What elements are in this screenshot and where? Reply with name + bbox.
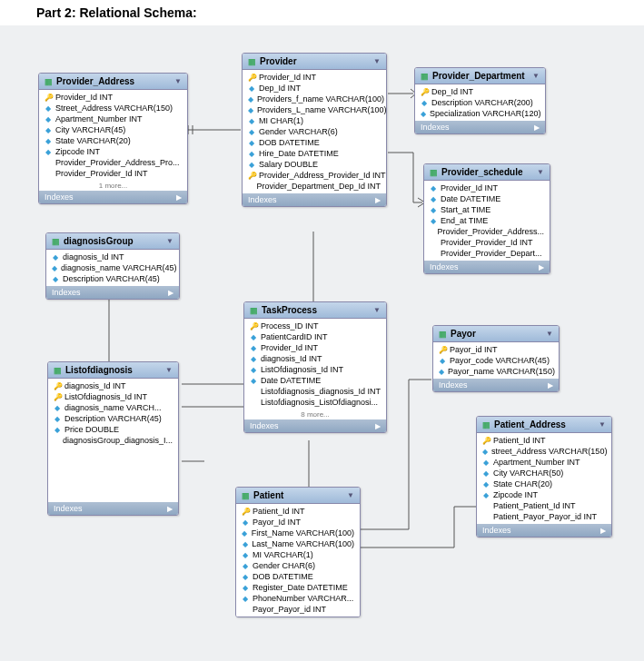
- diagram-canvas: ▦ Provider_Address ▼ 🔑Provider_Id INT◆St…: [0, 25, 644, 661]
- collapse-icon: ▼: [174, 77, 182, 85]
- column-list: 🔑Payor_id INT◆Payor_code VARCHAR(45)◆Pay…: [433, 342, 559, 379]
- column: Provider_Provider_Id INT: [39, 168, 187, 179]
- column: ◆Specialization VARCHAR(120): [415, 108, 545, 119]
- column-text: Patient_Payor_Payor_id INT: [493, 512, 597, 521]
- column: Provider_Provider_Address...: [424, 226, 550, 237]
- column-list: ◆diagnosis_Id INT◆diagnosis_name VARCHAR…: [46, 250, 179, 286]
- collapse-icon: ▼: [373, 57, 381, 65]
- column: Payor_Payor_id INT: [236, 604, 360, 615]
- column-text: Provider_Provider_Address...: [437, 227, 544, 236]
- diamond-icon: ◆: [430, 184, 437, 192]
- column: ◆Apartment_Number INT: [39, 113, 187, 124]
- column-text: Dep_Id INT: [431, 87, 473, 96]
- indexes-section[interactable]: Indexes▶: [48, 502, 178, 515]
- column-text: State VARCHAR(20): [55, 136, 131, 145]
- diamond-icon: ◆: [242, 518, 249, 527]
- column: ◆Salary DOUBLE: [243, 159, 386, 170]
- table-patient-address[interactable]: ▦ Patient_Address ▼ 🔑Patient_Id INT◆stre…: [476, 416, 612, 538]
- column-text: Start_at TIME: [441, 205, 490, 214]
- indexes-section[interactable]: Indexes▶: [244, 419, 386, 432]
- table-patient[interactable]: ▦ Patient ▼ 🔑Patient_Id INT◆Payor_Id INT…: [235, 487, 361, 617]
- indexes-section[interactable]: Indexes▶: [477, 524, 611, 537]
- collapse-icon: ▼: [546, 330, 553, 338]
- key-icon: 🔑: [248, 172, 255, 180]
- diamond-icon: ◆: [45, 126, 52, 134]
- more-indicator: 1 more...: [39, 181, 187, 191]
- table-provider[interactable]: ▦ Provider ▼ 🔑Provider_Id INT◆Dep_Id INT…: [242, 53, 387, 207]
- page-title: Part 2: Relational Schema:: [36, 5, 197, 20]
- column: ◆Dep_Id INT: [243, 83, 386, 94]
- diamond-icon: ◆: [242, 551, 249, 559]
- column-text: Gender VARCHAR(6): [259, 127, 338, 136]
- table-provider-department[interactable]: ▦ Provider_Department ▼ 🔑Dep_Id INT◆Desc…: [414, 67, 546, 134]
- column: ◆Providers_L_name VARCHAR(100): [243, 104, 386, 115]
- column-text: Street_Address VARCHAR(150): [55, 104, 173, 113]
- table-payor[interactable]: ▦ Payor ▼ 🔑Payor_id INT◆Payor_code VARCH…: [432, 325, 560, 392]
- diamond-icon: ◆: [242, 562, 249, 570]
- indexes-section[interactable]: Indexes▶: [243, 193, 386, 206]
- column-list: 🔑Provider_Id INT◆Dep_Id INT◆Providers_f_…: [243, 70, 386, 193]
- collapse-icon: ▼: [537, 168, 544, 176]
- indexes-section[interactable]: Indexes▶: [39, 191, 187, 203]
- column: 🔑Dep_Id INT: [415, 86, 545, 97]
- diamond-icon: ◆: [45, 148, 52, 156]
- diamond-icon: ◆: [52, 253, 59, 261]
- column: ◆Price DOUBLE: [48, 424, 178, 435]
- table-list-of-diagnosis[interactable]: ▦ Listofdiagnosis ▼ 🔑diagnosis_Id INT🔑Li…: [47, 361, 179, 516]
- diamond-icon: ◆: [482, 491, 490, 499]
- table-icon: ▦: [250, 306, 258, 315]
- key-icon: 🔑: [242, 508, 249, 516]
- diamond-icon: ◆: [248, 150, 255, 158]
- column: ◆Provider_Id INT: [424, 183, 550, 193]
- indexes-section[interactable]: Indexes▶: [424, 261, 550, 273]
- table-provider-address[interactable]: ▦ Provider_Address ▼ 🔑Provider_Id INT◆St…: [38, 73, 188, 204]
- column: ◆Apartment_Number INT: [477, 457, 611, 468]
- diamond-icon: ◆: [482, 469, 490, 478]
- column-text: diagnosisGroup_diagnosis_I...: [63, 436, 173, 445]
- table-name: Listofdiagnosis: [65, 365, 133, 375]
- column: Listofdiagnosis_diagnosis_Id INT: [244, 386, 386, 397]
- table-task-process[interactable]: ▦ TaskProcess ▼ 🔑Process_ID INT◆PatientC…: [243, 301, 387, 433]
- column: ◆Street_Address VARCHAR(150): [39, 103, 187, 113]
- column-text: DOB DATETIME: [253, 572, 313, 581]
- table-diagnosis-group[interactable]: ▦ diagnosisGroup ▼ ◆diagnosis_Id INT◆dia…: [45, 232, 180, 300]
- column: ◆City VARCHAR(50): [477, 468, 611, 478]
- column-text: Providers_L_name VARCHAR(100): [257, 105, 386, 114]
- diamond-icon: ◆: [45, 104, 52, 113]
- table-icon: ▦: [248, 57, 256, 66]
- column: ◆City VARCHAR(45): [39, 124, 187, 135]
- column-text: State CHAR(20): [493, 479, 552, 488]
- table-icon: ▦: [242, 491, 250, 500]
- column-text: Provider_Id INT: [259, 73, 316, 82]
- table-header: ▦ diagnosisGroup ▼: [46, 233, 179, 250]
- column-list: 🔑Process_ID INT◆PatientCardID INT◆Provid…: [244, 319, 386, 409]
- column: ◆State VARCHAR(20): [39, 135, 187, 146]
- column: ◆Provider_Id INT: [244, 342, 386, 353]
- column-text: Listofdiagnosis_diagnosis_Id INT: [261, 387, 381, 396]
- indexes-section[interactable]: Indexes▶: [46, 286, 179, 299]
- column: Provider_Provider_Address_Pro...: [39, 157, 187, 168]
- column: ◆DOB DATETIME: [243, 137, 386, 148]
- diamond-icon: ◆: [439, 357, 446, 365]
- column-text: Zipcode INT: [55, 147, 100, 156]
- column-text: Last_Name VARCHAR(100): [252, 539, 354, 548]
- indexes-section[interactable]: Indexes▶: [415, 121, 545, 133]
- table-icon: ▦: [421, 72, 429, 81]
- column-text: Provider_Provider_Id INT: [441, 238, 533, 247]
- table-name: Payor: [451, 329, 476, 339]
- column-list: 🔑Patient_Id INT◆Payor_Id INT◆First_Name …: [236, 504, 360, 617]
- column: ◆Payor_Id INT: [236, 517, 360, 528]
- column: 🔑Provider_Id INT: [39, 92, 187, 103]
- indexes-section[interactable]: Indexes▶: [433, 379, 559, 391]
- column-list: 🔑diagnosis_Id INT🔑ListOfdiagnosis_Id INT…: [48, 379, 178, 448]
- table-provider-schedule[interactable]: ▦ Provider_schedule ▼ ◆Provider_Id INT◆D…: [423, 163, 550, 274]
- column: ◆Payor_code VARCHAR(45): [433, 355, 559, 366]
- column-text: Payor_code VARCHAR(45): [450, 356, 550, 365]
- column-text: Salary DOUBLE: [259, 160, 318, 169]
- column: ◆Date DATETIME: [424, 193, 550, 204]
- column: 🔑Patient_Id INT: [236, 506, 360, 517]
- column-text: Patient_Patient_Id INT: [493, 501, 576, 510]
- column: 🔑Payor_id INT: [433, 344, 559, 355]
- column-text: Dep_Id INT: [259, 84, 301, 93]
- diamond-icon: ◆: [248, 139, 255, 147]
